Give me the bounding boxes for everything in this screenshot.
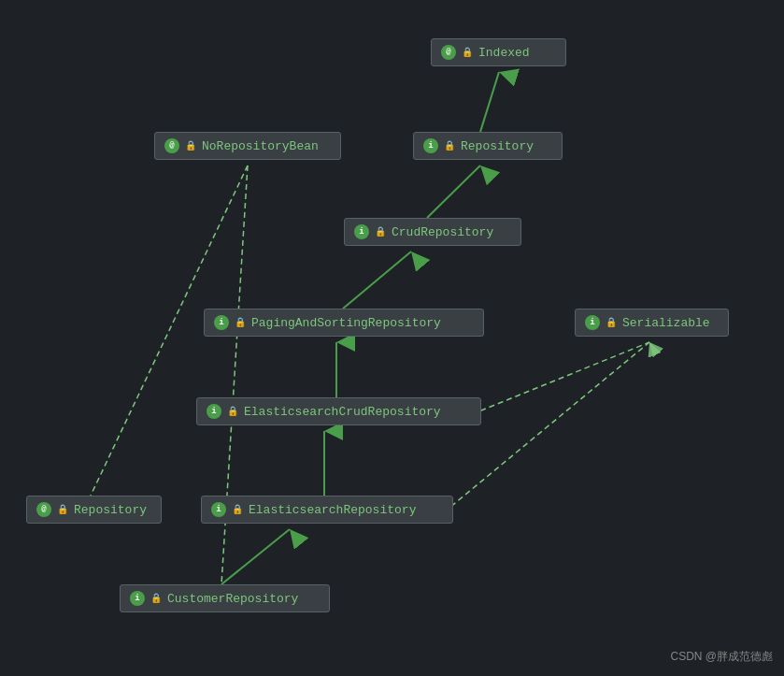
icon-i-serializable: i — [585, 315, 600, 330]
node-repository-bottom: @ 🔒 Repository — [26, 496, 162, 524]
icon-i-customer-repo: i — [130, 591, 145, 606]
svg-line-6 — [343, 252, 411, 309]
node-serializable: i 🔒 Serializable — [575, 309, 729, 337]
label-repository-top: Repository — [461, 139, 534, 153]
label-elasticsearch-crud-repository: ElasticsearchCrudRepository — [244, 405, 441, 419]
node-elasticsearch-crud-repository: i 🔒 ElasticsearchCrudRepository — [196, 397, 481, 425]
icon-i-repository-top: i — [423, 138, 438, 153]
icon-at-no-repo-bean: @ — [164, 138, 179, 153]
icon-at-indexed: @ — [441, 45, 456, 60]
lock-icon-customer-repo: 🔒 — [150, 593, 162, 604]
svg-line-13 — [472, 342, 649, 414]
node-no-repository-bean: @ 🔒 NoRepositoryBean — [154, 132, 341, 160]
lock-icon-crud-repo: 🔒 — [375, 226, 386, 237]
node-elasticsearch-repository: i 🔒 ElasticsearchRepository — [201, 496, 453, 524]
icon-i-paging-repo: i — [214, 315, 229, 330]
label-elasticsearch-repository: ElasticsearchRepository — [249, 503, 416, 517]
lock-icon-indexed: 🔒 — [462, 47, 473, 58]
node-repository-top: i 🔒 Repository — [413, 132, 563, 160]
svg-line-12 — [444, 342, 649, 512]
lock-icon-es-crud-repo: 🔒 — [227, 406, 238, 417]
watermark: CSDN @胖成范德彪 — [670, 649, 773, 665]
icon-i-crud-repo: i — [354, 224, 369, 239]
lock-icon-serializable: 🔒 — [606, 317, 617, 328]
lock-icon-repo-bottom: 🔒 — [57, 504, 68, 515]
label-customer-repository: CustomerRepository — [167, 592, 298, 606]
diagram-container: @ 🔒 Indexed i 🔒 Repository @ 🔒 NoReposit… — [0, 0, 784, 676]
svg-line-9 — [221, 529, 290, 584]
arrows-svg — [0, 0, 784, 676]
lock-icon-paging-repo: 🔒 — [235, 317, 246, 328]
icon-i-es-crud-repo: i — [207, 404, 221, 419]
lock-icon-repository-top: 🔒 — [444, 140, 455, 151]
label-crud-repository: CrudRepository — [392, 225, 493, 239]
svg-line-4 — [480, 72, 499, 132]
node-indexed: @ 🔒 Indexed — [431, 38, 566, 66]
svg-line-5 — [427, 165, 480, 218]
label-paging-sorting-repository: PagingAndSortingRepository — [251, 316, 441, 330]
icon-at-repo-bottom: @ — [36, 502, 51, 517]
lock-icon-es-repo: 🔒 — [232, 504, 243, 515]
label-repository-bottom: Repository — [74, 503, 147, 517]
node-crud-repository: i 🔒 CrudRepository — [344, 218, 521, 246]
lock-icon-no-repo-bean: 🔒 — [185, 140, 196, 151]
icon-i-es-repo: i — [211, 502, 226, 517]
label-serializable: Serializable — [622, 316, 710, 330]
node-customer-repository: i 🔒 CustomerRepository — [120, 584, 330, 612]
label-indexed: Indexed — [478, 46, 530, 60]
label-no-repository-bean: NoRepositoryBean — [202, 139, 319, 153]
node-paging-sorting-repository: i 🔒 PagingAndSortingRepository — [204, 309, 484, 337]
